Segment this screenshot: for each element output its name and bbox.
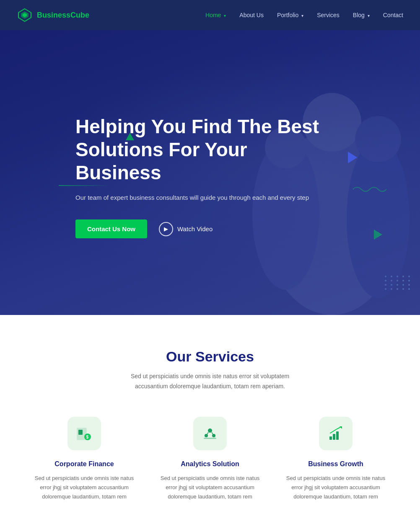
nav-link-blog[interactable]: Blog ▾: [353, 12, 370, 18]
growth-icon: [327, 425, 345, 442]
service-card-finance: $ Corporate Finance Sed ut perspiciatis …: [34, 417, 135, 501]
svg-line-18: [212, 432, 213, 434]
nav-item-about[interactable]: About Us: [239, 11, 264, 19]
nav-menu: Home ▾ About Us Portfolio ▾ Services Blo…: [205, 11, 403, 19]
nav-item-blog[interactable]: Blog ▾: [353, 11, 370, 19]
svg-point-8: [355, 116, 401, 162]
analytics-card-title: Analytics Solution: [160, 460, 260, 468]
growth-card-text: Sed ut perspiciatis unde omnis iste natu…: [285, 474, 386, 501]
svg-rect-19: [204, 438, 216, 439]
nav-link-services[interactable]: Services: [317, 12, 340, 18]
hero-title: Helping You Find The Best Solutions For …: [75, 115, 327, 185]
analytics-card-text: Sed ut perspiciatis unde omnis iste natu…: [160, 474, 260, 501]
svg-text:$: $: [86, 435, 89, 439]
growth-icon-wrap: [319, 417, 353, 450]
analytics-icon-wrap: [193, 417, 227, 450]
logo-text: BusinessCube: [37, 11, 89, 20]
watch-video-button[interactable]: ▶ Watch Video: [159, 222, 213, 236]
hero-actions: Contact Us Now ▶ Watch Video: [75, 219, 327, 238]
svg-point-14: [208, 428, 212, 433]
nav-link-portfolio[interactable]: Portfolio ▾: [277, 12, 303, 18]
finance-icon: $: [75, 425, 93, 442]
nav-link-contact[interactable]: Contact: [383, 12, 403, 18]
logo[interactable]: BusinessCube: [17, 7, 89, 23]
nav-link-home[interactable]: Home ▾: [205, 12, 226, 18]
svg-rect-11: [78, 430, 83, 435]
growth-card-title: Business Growth: [285, 460, 386, 468]
hero-content: Helping You Find The Best Solutions For …: [75, 115, 327, 239]
nav-item-portfolio[interactable]: Portfolio ▾: [277, 11, 303, 19]
watch-video-label: Watch Video: [177, 225, 213, 232]
play-icon: ▶: [159, 222, 173, 236]
analytics-icon: [201, 425, 219, 442]
svg-rect-21: [333, 434, 335, 440]
service-card-growth: Business Growth Sed ut perspiciatis unde…: [285, 417, 386, 501]
services-grid: $ Corporate Finance Sed ut perspiciatis …: [25, 417, 395, 501]
services-section: Our Services Sed ut perspiciatis unde om…: [0, 315, 420, 511]
svg-point-16: [212, 434, 215, 437]
nav-item-contact[interactable]: Contact: [383, 11, 403, 19]
nav-item-home[interactable]: Home ▾: [205, 11, 226, 19]
svg-line-17: [207, 432, 208, 434]
svg-rect-22: [336, 431, 339, 440]
navbar: BusinessCube Home ▾ About Us Portfolio ▾…: [0, 0, 420, 30]
finance-card-text: Sed ut perspiciatis unde omnis iste natu…: [34, 474, 135, 501]
logo-icon: [17, 7, 33, 23]
service-card-analytics: Analytics Solution Sed ut perspiciatis u…: [160, 417, 260, 501]
contact-us-button[interactable]: Contact Us Now: [75, 219, 147, 238]
services-title: Our Services: [25, 348, 395, 365]
svg-rect-20: [329, 436, 332, 440]
services-subtitle: Sed ut perspiciatis unde omnis iste natu…: [114, 372, 306, 392]
nav-item-services[interactable]: Services: [317, 11, 340, 19]
hero-subtitle: Our team of expert business consultants …: [75, 193, 327, 203]
svg-point-7: [347, 139, 410, 298]
hero-section: Helping You Find The Best Solutions For …: [0, 30, 420, 315]
finance-icon-wrap: $: [67, 417, 101, 450]
finance-card-title: Corporate Finance: [34, 460, 135, 468]
nav-link-about[interactable]: About Us: [239, 12, 264, 18]
svg-point-15: [205, 434, 208, 437]
